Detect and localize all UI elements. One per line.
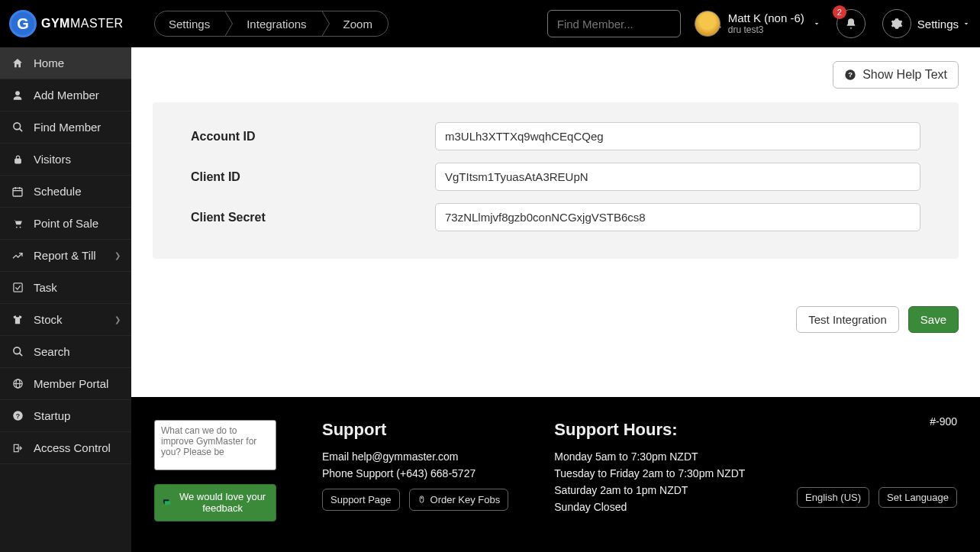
help-icon: ?	[844, 69, 856, 81]
main: ? Show Help Text Account ID Client ID Cl…	[131, 47, 980, 552]
svg-rect-4	[15, 158, 21, 163]
sidebar-item-label: Visitors	[34, 153, 71, 166]
home-icon	[11, 57, 24, 69]
sidebar-item-startup[interactable]: ?Startup	[0, 400, 131, 432]
search-input[interactable]	[548, 18, 711, 31]
sidebar-item-find-member[interactable]: Find Member	[0, 111, 131, 144]
chat-icon	[163, 497, 171, 508]
sidebar-item-label: Find Member	[34, 121, 101, 134]
sidebar-item-schedule[interactable]: Schedule	[0, 176, 131, 208]
sidebar-item-stock[interactable]: Stock❯	[0, 304, 131, 336]
breadcrumb: Settings Integrations Zoom	[154, 11, 388, 37]
order-fobs-label: Order Key Fobs	[430, 494, 501, 505]
chevron-right-icon: ❯	[114, 251, 121, 260]
save-button[interactable]: Save	[908, 306, 959, 333]
gear-circle	[882, 9, 911, 38]
support-title: Support	[322, 420, 508, 440]
search-icon	[11, 346, 24, 357]
check-icon	[11, 282, 24, 293]
sidebar-item-label: Member Portal	[34, 377, 108, 390]
sidebar-item-search[interactable]: Search	[0, 336, 131, 368]
member-search[interactable]	[547, 10, 681, 37]
fob-icon	[417, 494, 426, 505]
support-email[interactable]: Email help@gymmaster.com	[322, 450, 508, 463]
chevron-down-icon	[812, 19, 821, 28]
account-id-label: Account ID	[191, 130, 435, 144]
user-sub: dru test3	[728, 25, 804, 35]
svg-point-20	[17, 447, 18, 448]
help-icon: ?	[11, 410, 24, 421]
sidebar-item-task[interactable]: Task	[0, 272, 131, 304]
hours-line: Sunday Closed	[554, 501, 745, 513]
sidebar-item-label: Add Member	[34, 89, 99, 102]
sidebar-item-label: Point of Sale	[34, 217, 98, 230]
account-id-input[interactable]	[435, 122, 920, 150]
sidebar-item-label: Schedule	[34, 185, 82, 198]
svg-rect-11	[13, 283, 21, 292]
calendar-icon	[11, 186, 24, 198]
svg-point-9	[16, 226, 18, 228]
crumb-zoom[interactable]: Zoom	[322, 11, 388, 36]
sidebar-item-label: Task	[34, 281, 57, 294]
crumb-settings[interactable]: Settings	[155, 11, 225, 36]
chart-icon	[11, 250, 24, 262]
cart-icon	[11, 218, 24, 229]
chevron-right-icon: ❯	[114, 315, 121, 324]
logo[interactable]: G GYMMASTER	[9, 10, 131, 37]
set-language-button[interactable]: Set Language	[878, 487, 957, 508]
sidebar-item-label: Search	[34, 345, 70, 358]
sidebar-item-label: Access Control	[34, 441, 111, 454]
footer: We would love your feedback Support Emai…	[131, 397, 980, 552]
globe-icon	[11, 378, 24, 389]
gear-icon	[891, 18, 903, 30]
sidebar: HomeAdd MemberFind MemberVisitorsSchedul…	[0, 47, 131, 552]
notifications-button[interactable]: 2	[837, 9, 866, 38]
support-page-button[interactable]: Support Page	[322, 489, 400, 511]
svg-point-2	[13, 123, 20, 130]
support-hours-title: Support Hours:	[554, 420, 745, 440]
sidebar-item-point-of-sale[interactable]: Point of Sale	[0, 208, 131, 240]
svg-rect-5	[13, 188, 22, 196]
sidebar-item-access-control[interactable]: Access Control	[0, 432, 131, 464]
chevron-down-icon	[962, 19, 971, 28]
integration-form: Account ID Client ID Client Secret	[153, 102, 959, 259]
feedback-button[interactable]: We would love your feedback	[154, 484, 276, 521]
logo-text: GYMMASTER	[41, 17, 124, 31]
logo-bold: GYM	[41, 17, 70, 30]
sidebar-item-label: Startup	[34, 409, 70, 422]
logo-badge: G	[9, 10, 37, 37]
sidebar-item-member-portal[interactable]: Member Portal	[0, 368, 131, 400]
client-secret-input[interactable]	[435, 203, 920, 231]
top-settings-menu[interactable]: Settings	[882, 9, 971, 38]
order-key-fobs-button[interactable]: Order Key Fobs	[409, 489, 509, 511]
svg-line-3	[19, 128, 22, 131]
svg-line-13	[19, 353, 22, 356]
show-help-button[interactable]: ? Show Help Text	[833, 61, 959, 89]
avatar	[695, 11, 720, 37]
top-settings-label: Settings	[917, 18, 959, 31]
svg-point-12	[13, 347, 20, 354]
crumb-integrations[interactable]: Integrations	[225, 11, 321, 36]
language-select[interactable]: English (US)	[797, 487, 869, 508]
sidebar-item-visitors[interactable]: Visitors	[0, 144, 131, 176]
sidebar-item-report-till[interactable]: Report & Till❯	[0, 240, 131, 272]
svg-text:?: ?	[15, 412, 19, 420]
build-tag: #-900	[930, 415, 957, 428]
person-icon	[11, 89, 24, 102]
feedback-button-label: We would love your feedback	[177, 491, 268, 515]
test-integration-button[interactable]: Test Integration	[796, 306, 899, 333]
sidebar-item-home[interactable]: Home	[0, 47, 131, 79]
notification-count: 2	[833, 5, 846, 19]
sidebar-item-add-member[interactable]: Add Member	[0, 79, 131, 111]
user-menu[interactable]: Matt K (non -6) dru test3	[695, 11, 821, 37]
hours-line: Saturday 2am to 1pm NZDT	[554, 484, 745, 496]
feedback-input[interactable]	[154, 420, 276, 470]
hours-line: Tuesday to Friday 2am to 7:30pm NZDT	[554, 467, 745, 479]
client-id-label: Client ID	[191, 170, 435, 184]
search-icon	[11, 121, 24, 133]
sidebar-item-label: Stock	[34, 313, 63, 326]
user-name: Matt K (non -6)	[728, 12, 804, 25]
sidebar-item-label: Report & Till	[34, 249, 96, 262]
client-secret-label: Client Secret	[191, 211, 435, 224]
client-id-input[interactable]	[435, 163, 920, 191]
